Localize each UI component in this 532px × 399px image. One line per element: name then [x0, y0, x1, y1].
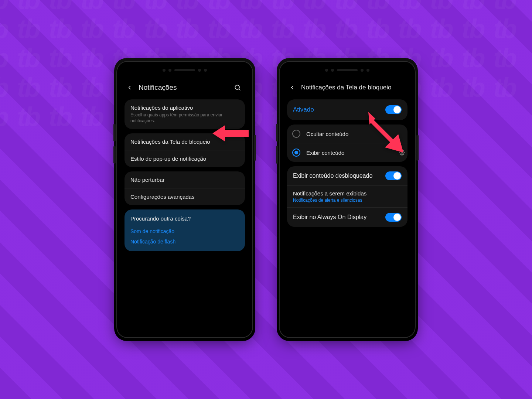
link-notification-sound[interactable]: Som de notificação [130, 226, 239, 236]
group-looking-for: Procurando outra coisa? Som de notificaç… [125, 209, 245, 251]
svg-point-0 [235, 85, 239, 89]
gear-icon [399, 150, 405, 156]
item-popup-style[interactable]: Estilo de pop-up de notificação [125, 150, 245, 167]
link-flash-notification[interactable]: Notificação de flash [130, 236, 239, 247]
chevron-left-icon [289, 84, 296, 91]
speaker-bar [121, 66, 249, 74]
phone-right: Notificações da Tela de bloqueio Ativado… [279, 61, 416, 338]
volume-up-button [113, 124, 116, 141]
unlocked-toggle[interactable] [385, 171, 402, 180]
header-right: Notificações da Tela de bloqueio [283, 76, 411, 99]
group-activated: Ativado [287, 99, 407, 120]
phone-right-screen: Notificações da Tela de bloqueio Ativado… [283, 76, 411, 331]
stage: Notificações Notificações do aplicativo … [0, 0, 532, 399]
svg-point-3 [401, 152, 403, 153]
item-unlocked-content[interactable]: Exibir conteúdo desbloqueado [287, 166, 407, 185]
item-advanced-settings[interactable]: Configurações avançadas [125, 188, 245, 205]
radio-hide-content[interactable]: Ocultar conteúdo [287, 125, 407, 143]
power-button [416, 135, 419, 161]
radio-icon [292, 149, 300, 157]
item-always-on-display[interactable]: Exibir no Always On Display [287, 207, 407, 227]
show-content-settings-button[interactable] [396, 143, 407, 162]
item-label: Não perturbar [130, 177, 165, 183]
item-label: Notificações da Tela de bloqueio [130, 139, 210, 145]
volume-up-button [276, 124, 278, 141]
volume-down-button [113, 146, 116, 164]
item-do-not-disturb[interactable]: Não perturbar [125, 171, 245, 188]
speaker-bar [283, 66, 411, 74]
chevron-left-icon [126, 84, 133, 91]
group-display-options: Exibir conteúdo desbloqueado Notificaçõe… [287, 166, 407, 227]
radio-label: Ocultar conteúdo [306, 131, 402, 137]
back-button[interactable] [125, 82, 135, 93]
item-sub: Escolha quais apps têm permissão para en… [130, 112, 239, 124]
item-label: Notificações a serem exibidas [293, 190, 402, 197]
header-left: Notificações [121, 76, 249, 99]
item-app-notifications[interactable]: Notificações do aplicativo Escolha quais… [125, 99, 245, 129]
group-app-notifications: Notificações do aplicativo Escolha quais… [125, 99, 245, 129]
item-sub: Notificações de alerta e silenciosas [293, 198, 402, 203]
item-label: Exibir conteúdo desbloqueado [293, 173, 372, 179]
item-label: Exibir no Always On Display [293, 214, 366, 221]
page-title: Notificações [139, 83, 229, 92]
back-button[interactable] [287, 82, 297, 93]
radio-icon [292, 130, 300, 138]
page-title: Notificações da Tela de bloqueio [301, 84, 405, 91]
item-lockscreen-notifications[interactable]: Notificações da Tela de bloqueio [125, 133, 245, 150]
group-content-radios: Ocultar conteúdo Exibir conteúdo [287, 125, 407, 162]
activated-toggle[interactable] [385, 105, 402, 114]
phone-left: Notificações Notificações do aplicativo … [116, 61, 253, 338]
activated-label: Ativado [293, 106, 314, 113]
group-notification-style: Notificações da Tela de bloqueio Estilo … [125, 133, 245, 167]
volume-down-button [276, 146, 278, 164]
svg-line-1 [239, 89, 241, 91]
power-button [254, 135, 256, 161]
search-icon [234, 84, 241, 91]
search-button[interactable] [232, 82, 243, 93]
aod-toggle[interactable] [385, 213, 402, 222]
radio-show-content[interactable]: Exibir conteúdo [287, 143, 407, 162]
looking-for-title: Procurando outra coisa? [130, 215, 239, 222]
item-label: Notificações do aplicativo [130, 105, 239, 111]
item-label: Configurações avançadas [130, 194, 194, 200]
activated-row[interactable]: Ativado [287, 99, 407, 120]
item-label: Estilo de pop-up de notificação [130, 156, 206, 162]
phone-left-screen: Notificações Notificações do aplicativo … [121, 76, 249, 331]
radio-label: Exibir conteúdo [306, 150, 393, 156]
group-other: Não perturbar Configurações avançadas [125, 171, 245, 205]
item-notifications-to-show[interactable]: Notificações a serem exibidas Notificaçõ… [287, 185, 407, 207]
